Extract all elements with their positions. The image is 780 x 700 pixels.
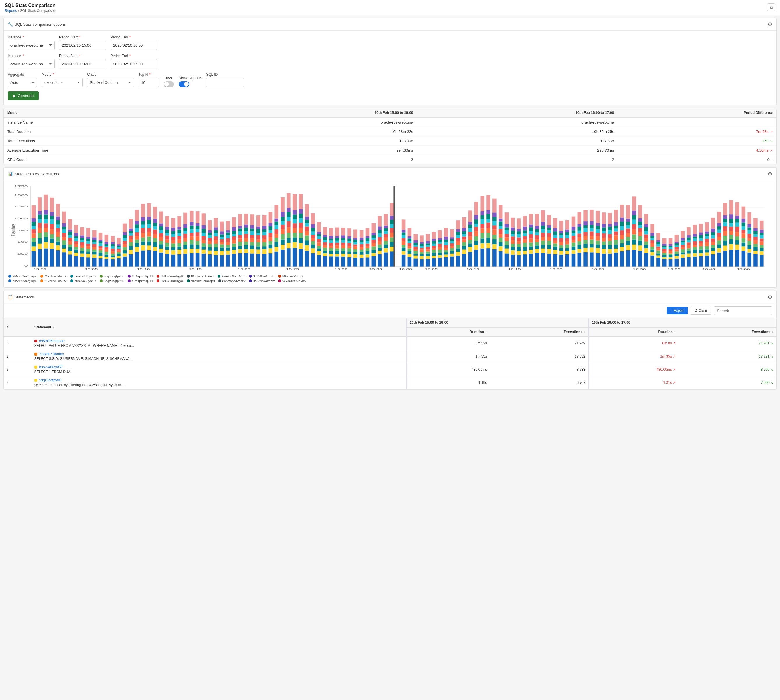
svg-rect-113 <box>86 239 90 241</box>
svg-rect-885 <box>559 221 563 230</box>
clear-button[interactable]: ↺ Clear <box>690 307 712 315</box>
svg-rect-143 <box>105 244 109 246</box>
svg-rect-430 <box>281 229 285 234</box>
sql-id-link[interactable]: bunvx480ynf57 <box>39 365 63 369</box>
svg-rect-722 <box>462 234 466 236</box>
svg-rect-246 <box>172 255 175 267</box>
options-collapse-btn[interactable]: ⊖ <box>768 21 772 27</box>
svg-rect-24 <box>32 218 36 222</box>
svg-rect-854 <box>541 222 545 225</box>
statements-section-header[interactable]: 📋 Statements ⊖ <box>4 291 776 303</box>
svg-rect-46 <box>50 249 54 267</box>
chart-collapse-btn[interactable]: ⊖ <box>768 170 772 177</box>
other-toggle[interactable] <box>164 81 174 87</box>
chart-section-header[interactable]: 📊 Statements By Executions ⊖ <box>4 168 776 180</box>
generate-button[interactable]: ▶ Generate <box>8 91 39 100</box>
metrics-row: Total Duration 10h 28m 32s 10h 36m 25s 7… <box>4 127 776 137</box>
svg-rect-368 <box>244 245 248 249</box>
instance2-select[interactable]: oracle-rds-webtuna <box>8 59 55 68</box>
other-toggle-knob <box>164 82 169 87</box>
breadcrumb-reports-link[interactable]: Reports <box>5 9 17 13</box>
svg-rect-774 <box>493 212 496 217</box>
svg-rect-613 <box>390 220 394 224</box>
svg-rect-521 <box>335 243 339 245</box>
svg-rect-196 <box>141 250 145 267</box>
svg-rect-379 <box>250 242 254 245</box>
aggregate-select[interactable]: Auto <box>8 78 37 87</box>
sql-id-link[interactable]: 5dqz0hqtp9fru <box>39 378 62 382</box>
svg-rect-574 <box>366 236 370 238</box>
period-start2-input[interactable] <box>59 59 106 68</box>
period-start1-input[interactable] <box>59 40 106 50</box>
period-end2-input[interactable] <box>110 59 157 68</box>
svg-rect-787 <box>505 248 509 253</box>
svg-rect-695 <box>444 228 448 237</box>
svg-rect-796 <box>511 255 515 267</box>
svg-rect-330 <box>220 242 224 244</box>
svg-rect-450 <box>293 228 297 233</box>
svg-rect-953 <box>602 228 606 230</box>
chart-legend-row1: ah5mf05mfguqm 71kxhb71daubc bunvx480ynf5… <box>8 275 772 278</box>
stmts-cell-dur1: 1m 35s <box>406 350 490 363</box>
sql-id-link[interactable]: ah5mf05mfguqm <box>39 339 65 343</box>
svg-rect-906 <box>578 253 582 267</box>
svg-rect-815 <box>517 218 521 229</box>
svg-rect-225 <box>153 207 157 218</box>
svg-rect-668 <box>432 253 436 256</box>
period-end1-input[interactable] <box>110 40 157 50</box>
export-button[interactable]: ↑ Export <box>667 307 688 315</box>
sql-id-link[interactable]: 71kxhb71daubc <box>39 352 64 356</box>
svg-rect-1033 <box>650 236 654 238</box>
svg-rect-219 <box>153 238 157 242</box>
svg-rect-591 <box>377 237 382 241</box>
svg-rect-102 <box>80 240 84 242</box>
svg-rect-900 <box>571 240 576 243</box>
svg-rect-418 <box>274 242 279 247</box>
svg-rect-395 <box>256 215 261 227</box>
svg-rect-1086 <box>687 257 691 267</box>
svg-rect-653 <box>419 243 424 246</box>
instance1-select[interactable]: oracle-rds-webtuna <box>8 40 55 50</box>
svg-rect-1049 <box>663 253 666 255</box>
svg-rect-801 <box>511 236 515 240</box>
svg-rect-928 <box>590 244 594 247</box>
svg-rect-716 <box>462 254 466 267</box>
svg-rect-1058 <box>669 255 673 257</box>
svg-rect-998 <box>632 240 636 245</box>
metric-select[interactable]: executions <box>42 78 82 87</box>
svg-rect-392 <box>256 233 261 235</box>
legend-item-4b: 5dqz0hqtp9fru <box>100 279 124 283</box>
svg-rect-564 <box>359 238 364 240</box>
svg-rect-70 <box>62 237 66 240</box>
sql-id-input[interactable] <box>206 78 244 87</box>
svg-rect-411 <box>269 233 273 237</box>
svg-rect-1197 <box>753 251 758 254</box>
svg-rect-987 <box>626 245 630 250</box>
options-section-header[interactable]: 🔧 SQL Stats comparison options ⊖ <box>4 18 776 31</box>
svg-rect-726 <box>468 252 473 267</box>
metrics-col-diff: Period Difference <box>617 108 776 117</box>
svg-rect-840 <box>535 239 539 242</box>
page-title: SQL Stats Comparison <box>5 3 775 8</box>
statements-collapse-btn[interactable]: ⊖ <box>768 294 772 300</box>
show-sql-toggle[interactable] <box>179 81 189 87</box>
copy-button[interactable]: ⧉ <box>767 3 775 12</box>
legend-item-3a: bunvx480ynf57 <box>70 275 96 278</box>
svg-rect-901 <box>571 236 576 240</box>
svg-rect-792 <box>505 230 509 234</box>
legend-item-5a: f0h5rpzmhju11 <box>128 275 153 278</box>
clear-label: Clear <box>699 308 707 313</box>
svg-rect-533 <box>341 238 345 240</box>
svg-rect-950 <box>602 238 606 242</box>
svg-rect-40 <box>44 228 48 232</box>
svg-rect-69 <box>62 240 66 245</box>
svg-rect-890 <box>565 241 570 245</box>
svg-rect-74 <box>62 223 66 227</box>
topn-input[interactable] <box>139 78 159 87</box>
legend-dot-2a <box>40 275 43 278</box>
svg-rect-1149 <box>723 236 727 241</box>
stmts-col-exec2: Executions ↓ <box>678 327 776 337</box>
chart-select[interactable]: Stacked Column <box>87 78 134 87</box>
search-input[interactable] <box>714 306 772 315</box>
svg-rect-351 <box>232 236 236 240</box>
